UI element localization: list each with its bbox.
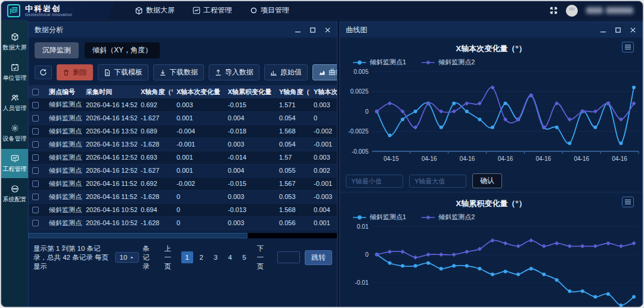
y-max-input[interactable] [409, 175, 466, 188]
raw-value-button[interactable]: 原始值 [264, 64, 308, 80]
tab-0[interactable]: 沉降监测 [35, 42, 79, 58]
line-chart-x-change[interactable]: 0.0050.00250-0.0025-0.00504-1504-1604-16… [345, 67, 643, 167]
refresh-button[interactable] [35, 66, 52, 79]
svg-text:04-16: 04-16 [460, 155, 475, 162]
row-checkbox[interactable] [32, 194, 39, 200]
line-chart-x-accum[interactable]: 0.010-0.01-0.02 [345, 222, 643, 308]
table-row[interactable]: 倾斜监测点12026-04-16 11:52:080.692-0.002-0.0… [29, 177, 337, 190]
legend-item[interactable]: 倾斜监测点2 [422, 213, 475, 222]
select-all-checkbox[interactable] [32, 89, 39, 95]
delete-button[interactable]: 删除 [57, 64, 93, 80]
people-icon [11, 94, 19, 102]
table-row[interactable]: 倾斜监测点22026-04-16 12:52:08-1.6270.0010.00… [29, 164, 337, 177]
row-checkbox[interactable] [32, 181, 39, 187]
curve-chart-button[interactable]: 曲线图 [312, 64, 338, 80]
svg-text:-0.0025: -0.0025 [348, 128, 369, 135]
chart-legend: 倾斜监测点1倾斜监测点2 [345, 210, 637, 222]
prev-page-button[interactable]: 上一页 [162, 251, 178, 263]
tab-1[interactable]: 倾斜（XY，角度） [85, 42, 160, 58]
nav-item-1[interactable]: 工程管理 [185, 3, 239, 18]
page-button-2[interactable]: 2 [196, 251, 208, 263]
trash-icon [63, 69, 70, 76]
analysis-panel-header: 数据分析 [29, 22, 337, 38]
maximize-icon[interactable] [615, 27, 621, 33]
page-button-4[interactable]: 4 [224, 251, 236, 263]
table-row[interactable]: 倾斜监测点12026-04-16 14:52:080.6920.003-0.01… [29, 98, 337, 111]
page-button-1[interactable]: 1 [181, 251, 193, 263]
page-button-3[interactable]: 3 [210, 251, 222, 263]
horizontal-scrollbar[interactable] [29, 233, 337, 238]
y-min-input[interactable] [346, 175, 403, 188]
row-checkbox[interactable] [32, 115, 39, 122]
svg-text:0.0025: 0.0025 [350, 88, 369, 95]
next-page-button[interactable]: 下一页 [254, 251, 270, 263]
sidebar-item-2[interactable]: 人员管理 [1, 88, 28, 117]
monitor-chart-icon [11, 154, 19, 163]
table-row[interactable]: 倾斜监测点22026-04-16 11:52:08-1.62800.0030.0… [29, 190, 337, 203]
svg-text:04-16: 04-16 [536, 155, 552, 162]
sidebar-item-5[interactable]: 系统配置 [1, 179, 28, 209]
nav-item-2[interactable]: 项目管理 [243, 3, 296, 18]
page-button-5[interactable]: 5 [239, 251, 250, 263]
file-icon [104, 69, 111, 76]
column-header-0: 测点编号 [45, 85, 82, 98]
table-row[interactable]: 倾斜监测点12026-04-16 12:52:080.6930.001-0.01… [29, 151, 337, 164]
pagination: 显示第 1 到第 10 条记录，总共 42 条记录 每页显示 10 条记录 上一… [29, 238, 337, 271]
svg-text:04-16: 04-16 [612, 155, 627, 162]
minimize-icon[interactable] [600, 27, 606, 33]
sidebar: 数据大屏单位管理人员管理设备管理工程管理系统配置 [1, 20, 28, 308]
chart-block-x-change: X轴本次变化量（°） 倾斜监测点1倾斜监测点2 0.0050.00250-0.0… [340, 38, 642, 169]
download-icon [159, 69, 166, 76]
hamburger-icon[interactable] [622, 42, 634, 52]
legend-item[interactable]: 倾斜监测点2 [422, 58, 475, 67]
download-template-button[interactable]: 下载模板 [98, 64, 148, 80]
close-icon[interactable] [324, 27, 331, 33]
scrollbar-thumb[interactable] [29, 233, 247, 238]
page-size-select[interactable]: 10 [115, 252, 140, 263]
row-checkbox[interactable] [32, 141, 39, 148]
logo-title: 中科岩创 [25, 5, 72, 13]
close-icon[interactable] [630, 27, 636, 33]
topbar: 中科岩创 Geotechnical Innovation 数据大屏工程管理项目管… [1, 1, 643, 20]
column-header-2: X轴角度（°） [137, 85, 173, 98]
sidebar-item-4[interactable]: 工程管理 [1, 149, 28, 178]
logo-subtitle: Geotechnical Innovation [25, 13, 72, 17]
row-checkbox[interactable] [32, 128, 39, 135]
data-table: 测点编号采集时间X轴角度（°）X轴本次变化量（°）X轴累积变化量（°）Y轴角度（… [29, 85, 337, 230]
row-checkbox[interactable] [32, 220, 39, 226]
legend-item[interactable]: 倾斜监测点1 [353, 58, 406, 67]
user-name-blurred [586, 7, 633, 14]
import-data-button[interactable]: 导入数据 [209, 64, 259, 80]
chart-square-icon [193, 7, 200, 14]
data-analysis-panel: 数据分析 沉降监测倾斜（XY，角度） 删除 [28, 21, 338, 308]
hamburger-icon[interactable] [622, 197, 634, 207]
row-checkbox[interactable] [32, 207, 39, 213]
svg-text:04-16: 04-16 [422, 155, 437, 162]
fullscreen-icon[interactable] [550, 7, 558, 14]
sidebar-item-0[interactable]: 数据大屏 [1, 27, 28, 57]
legend-item[interactable]: 倾斜监测点1 [353, 213, 406, 222]
jump-button[interactable]: 跳转 [305, 250, 332, 265]
row-checkbox[interactable] [32, 154, 39, 161]
legend-marker [422, 60, 435, 66]
chart-legend: 倾斜监测点1倾斜监测点2 [345, 55, 637, 67]
cube-icon [11, 33, 19, 41]
svg-text:04-15: 04-15 [383, 155, 399, 162]
avatar[interactable] [566, 5, 578, 17]
table-row[interactable]: 倾斜监测点12026-04-16 10:52:080.6940-0.0131.5… [29, 203, 337, 216]
row-checkbox[interactable] [32, 167, 39, 174]
sidebar-item-1[interactable]: 单位管理 [1, 58, 28, 87]
data-table-wrap: 测点编号采集时间X轴角度（°）X轴本次变化量（°）X轴累积变化量（°）Y轴角度（… [29, 85, 337, 230]
row-checkbox[interactable] [32, 102, 39, 108]
nav-item-0[interactable]: 数据大屏 [128, 3, 182, 18]
maximize-icon[interactable] [309, 27, 316, 33]
minimize-icon[interactable] [295, 27, 301, 33]
table-row[interactable]: 倾斜监测点22026-04-16 13:52:08-1.628-0.0010.0… [29, 138, 337, 151]
sidebar-item-3[interactable]: 设备管理 [1, 119, 28, 148]
table-row[interactable]: 倾斜监测点22026-04-16 10:52:08-1.62800.0030.0… [29, 216, 337, 229]
confirm-button[interactable]: 确认 [472, 173, 502, 188]
download-data-button[interactable]: 下载数据 [153, 64, 204, 80]
jump-page-input[interactable] [277, 251, 300, 263]
table-row[interactable]: 倾斜监测点22026-04-16 14:52:08-1.6270.0010.00… [29, 111, 337, 125]
table-row[interactable]: 倾斜监测点12026-04-16 13:52:080.689-0.004-0.0… [29, 125, 337, 138]
